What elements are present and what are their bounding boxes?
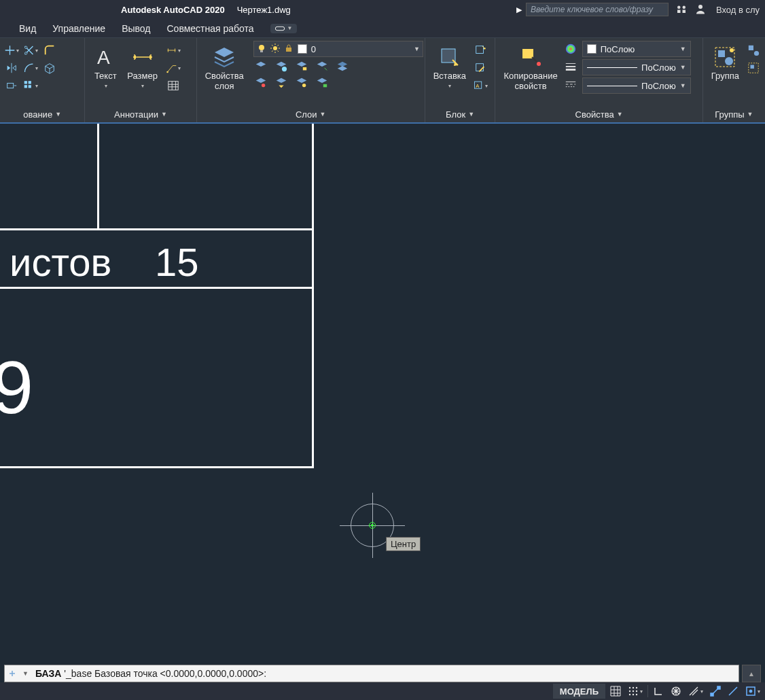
panel-title-groups[interactable]: Группы▼ [703,106,765,122]
osnap-icon[interactable] [707,684,724,699]
panel-title-drawing[interactable]: ование▼ [0,106,84,122]
layer-freeze-icon[interactable] [274,60,289,73]
app-name: Autodesk AutoCAD 2020 [121,5,225,15]
text-icon: A [93,43,118,71]
panel-title-block[interactable]: Блок▼ [425,106,495,122]
group-button[interactable]: Группа [707,41,743,82]
color-swatch [587,44,597,54]
polar-icon[interactable] [667,684,685,699]
edit-block-icon[interactable] [473,61,488,75]
stretch-icon[interactable] [4,79,19,92]
featured-apps-icon[interactable]: ▼ [270,24,297,33]
grid-icon[interactable] [607,684,624,699]
svg-rect-52 [717,686,720,689]
isodraft-icon[interactable]: ▾ [685,684,707,699]
sun-icon [270,43,280,55]
layer-make-current-icon[interactable] [335,60,350,73]
signin-link[interactable]: Вход в слу [716,5,760,15]
svg-rect-10 [24,85,27,88]
linear-dim-icon[interactable]: ▾ [166,43,181,57]
otrack-icon[interactable] [724,684,742,699]
ortho-icon[interactable] [650,684,667,699]
mirror-icon[interactable] [4,61,19,75]
svg-point-13 [166,71,168,73]
ungroup-icon[interactable] [746,43,761,57]
svg-rect-14 [168,82,178,90]
color-selector[interactable]: ПоСлою ▼ [582,41,691,57]
bylayer-color-icon[interactable] [563,42,578,56]
array-icon[interactable]: ▾ [23,79,38,92]
svg-text:A: A [97,47,110,68]
panel-title-layers[interactable]: Слои▼ [197,106,425,122]
fillet-icon[interactable] [42,43,57,57]
title-bar: Autodesk AutoCAD 2020 Чертеж1.dwg ▶ Введ… [0,0,765,19]
svg-rect-9 [29,81,31,84]
svg-rect-23 [323,84,327,88]
match-properties-button[interactable]: Копирование свойств [499,41,561,92]
layer-lock-icon[interactable] [294,60,309,73]
search-input[interactable]: Введите ключевое слово/фразу [526,3,669,16]
svg-rect-8 [24,81,27,84]
command-line[interactable]: ▼ БАЗА '_base Базовая точка <0.0000,0.00… [4,665,739,682]
drawing-canvas[interactable]: истов 15 9 Центр [0,124,765,650]
command-scroll-up[interactable]: ▲ [742,665,761,682]
svg-point-6 [25,52,27,54]
svg-point-35 [725,57,733,65]
menu-collab[interactable]: Совместная работа [166,23,253,34]
command-history-dropdown[interactable]: ▼ [20,670,31,677]
drawing-text-9: 9 [0,344,33,430]
panel-drawing: ▾ ▾ ▾ ▾ ование▼ [0,38,85,122]
svg-rect-30 [522,49,533,58]
center-snap-marker [369,522,376,529]
trim-icon[interactable]: ▾ [23,43,38,57]
snap-icon[interactable]: ▾ [624,684,646,699]
move-icon[interactable]: ▾ [4,43,19,57]
user-icon[interactable] [694,3,707,17]
linetype-selector[interactable]: ПоСлою ▼ [582,77,691,94]
menu-view[interactable]: Вид [19,23,36,34]
edit-attr-icon[interactable]: A▾ [473,79,488,92]
create-block-icon[interactable] [473,43,488,57]
layer-properties-button[interactable]: Свойства слоя [201,41,248,92]
group-edit-icon[interactable] [746,61,761,75]
linetype-icon[interactable] [563,77,578,91]
svg-rect-7 [7,83,14,88]
box-icon[interactable] [42,61,57,75]
status-bar: МОДЕЛЬ ▾ ▾ ▾ [0,682,765,700]
chevron-down-icon: ▼ [414,46,420,52]
svg-point-26 [484,48,486,50]
text-button[interactable]: A Текст ▾ [89,41,122,92]
layer-off-icon[interactable] [253,60,268,73]
layer-isolate-icon[interactable] [315,60,330,73]
panel-title-annotations[interactable]: Аннотации▼ [85,106,196,122]
panel-groups: Группа Группы▼ [703,38,765,122]
search-placeholder: Введите ключевое слово/фразу [531,5,653,14]
layer-selector[interactable]: 0 ▼ [253,41,423,57]
leader-icon[interactable]: ▾ [166,61,181,75]
lineweight-icon[interactable] [563,60,578,73]
panel-properties: Копирование свойств ПоСлою ▼ ПоСлою ▼ [495,38,702,122]
dimension-button[interactable]: Размер ▾ [123,41,162,92]
panel-title-properties[interactable]: Свойства▼ [495,106,702,122]
object-snap-icon[interactable]: ▾ [742,684,764,699]
svg-point-48 [633,694,634,695]
arc-icon[interactable]: ▾ [23,61,38,75]
layer-match-icon[interactable] [253,76,268,90]
menu-output[interactable]: Вывод [122,23,150,34]
table-icon[interactable] [166,79,181,92]
lineweight-selector[interactable]: ПоСлою ▼ [582,59,691,75]
svg-point-54 [749,690,752,693]
panel-block: Вставка ▾ A▾ Блок▼ [425,38,496,122]
svg-point-38 [754,51,759,56]
layer-previous-icon[interactable] [274,76,289,90]
layer-thaw-icon[interactable] [294,76,309,90]
insert-block-icon [438,43,462,71]
svg-rect-2 [677,10,681,13]
dimension-icon [130,43,155,71]
model-space-button[interactable]: МОДЕЛЬ [553,684,605,699]
insert-button[interactable]: Вставка ▾ [429,41,470,92]
layer-unlock-icon[interactable] [315,76,330,90]
menu-manage[interactable]: Управление [52,23,105,34]
exchange-icon[interactable] [675,3,688,17]
command-prompt-icon [5,666,20,681]
